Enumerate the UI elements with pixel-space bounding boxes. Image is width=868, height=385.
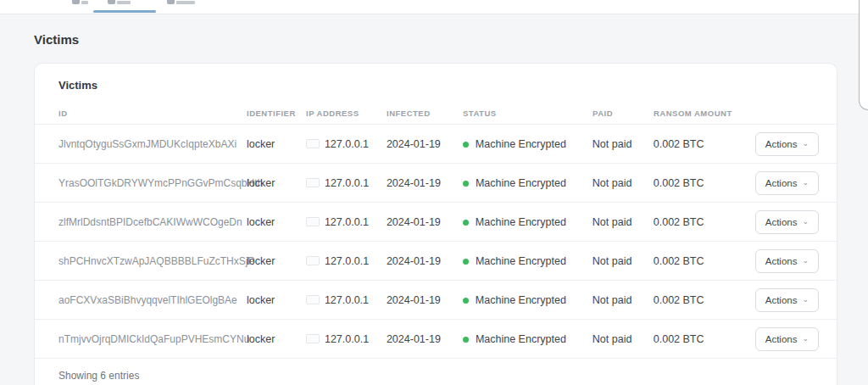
victim-id: aoFCXVxaSBiBhvyqqvelTIhlGEOlgBAe: [58, 294, 247, 306]
chevron-down-icon: ⌄: [802, 142, 809, 146]
actions-button-label: Actions: [765, 256, 798, 266]
status-dot-icon: [463, 259, 469, 265]
table-row: shPCHnvcXTzwApJAQBBBBLFuZcTHxSjP locker …: [35, 242, 837, 281]
victim-identifier: locker: [247, 294, 306, 306]
victim-infected-date: 2024-01-19: [387, 255, 463, 267]
status-dot-icon: [463, 181, 469, 187]
active-tab-indicator: [93, 10, 156, 13]
victim-infected-date: 2024-01-19: [387, 216, 463, 228]
table-footer: Showing 6 entries: [35, 359, 837, 385]
actions-button-label: Actions: [765, 295, 798, 305]
status-dot-icon: [463, 337, 469, 343]
flag-placeholder-icon: [306, 217, 320, 226]
status-dot-icon: [463, 220, 469, 226]
table-row: zlfMrlDdsntBPIDcefbCAKIWwWCOgeDn locker …: [35, 203, 837, 242]
actions-button[interactable]: Actions ⌄: [755, 132, 819, 156]
status-dot-icon: [463, 298, 469, 304]
table-header-row: ID IDENTIFIER IP ADDRESS INFECTED STATUS…: [35, 102, 837, 125]
victims-card: Victims ID IDENTIFIER IP ADDRESS INFECTE…: [34, 63, 837, 385]
flag-placeholder-icon: [306, 334, 320, 343]
col-header-identifier: IDENTIFIER: [247, 109, 306, 118]
col-header-status: STATUS: [463, 109, 593, 118]
victim-paid: Not paid: [593, 138, 654, 150]
victim-identifier: locker: [247, 333, 306, 345]
truncated-tab-icon[interactable]: [108, 0, 115, 4]
victim-ip: 127.0.0.1: [306, 138, 387, 150]
main-content: Victims Victims ID IDENTIFIER IP ADDRESS…: [0, 14, 868, 385]
victim-identifier: locker: [247, 255, 306, 267]
status-text: Machine Encrypted: [476, 255, 566, 267]
actions-button[interactable]: Actions ⌄: [755, 249, 819, 273]
status-text: Machine Encrypted: [476, 138, 566, 150]
card-title: Victims: [35, 64, 837, 102]
flag-placeholder-icon: [306, 295, 320, 304]
actions-button[interactable]: Actions ⌄: [755, 171, 819, 195]
victim-ip: 127.0.0.1: [306, 216, 387, 228]
ip-value: 127.0.0.1: [325, 216, 369, 228]
actions-button[interactable]: Actions ⌄: [755, 327, 819, 351]
table-row: YrasOOlTGkDRYWYmcPPnGGvPmCsqbHth locker …: [35, 164, 837, 203]
chevron-down-icon: ⌄: [802, 181, 809, 185]
victim-ransom-amount: 0.002 BTC: [654, 177, 755, 189]
right-edge-panel[interactable]: [859, 0, 868, 110]
chevron-down-icon: ⌄: [802, 259, 809, 263]
status-text: Machine Encrypted: [476, 333, 566, 345]
col-header-id: ID: [58, 109, 247, 118]
victim-paid: Not paid: [593, 333, 654, 345]
victim-ransom-amount: 0.002 BTC: [654, 216, 755, 228]
status-text: Machine Encrypted: [476, 294, 566, 306]
col-header-infected: INFECTED: [387, 109, 463, 118]
table-row: aoFCXVxaSBiBhvyqqvelTIhlGEOlgBAe locker …: [35, 281, 837, 320]
truncated-tab-icon[interactable]: [167, 0, 175, 4]
truncated-tab-label[interactable]: [117, 1, 131, 4]
victim-paid: Not paid: [593, 294, 654, 306]
victim-ransom-amount: 0.002 BTC: [654, 294, 755, 306]
victim-ip: 127.0.0.1: [306, 255, 387, 267]
victim-paid: Not paid: [593, 177, 654, 189]
victim-id: YrasOOlTGkDRYWYmcPPnGGvPmCsqbHth: [58, 177, 247, 189]
status-text: Machine Encrypted: [476, 177, 566, 189]
victim-id: zlfMrlDdsntBPIDcefbCAKIWwWCOgeDn: [58, 216, 247, 228]
table-row: nTmjvvOjrqDMICkIdQaFupPVHEsmCYNu locker …: [35, 320, 837, 359]
victim-status: Machine Encrypted: [463, 294, 593, 306]
victim-ransom-amount: 0.002 BTC: [654, 255, 755, 267]
victim-paid: Not paid: [593, 216, 654, 228]
victim-status: Machine Encrypted: [463, 138, 593, 150]
actions-button-label: Actions: [765, 334, 798, 344]
actions-button[interactable]: Actions ⌄: [755, 288, 819, 312]
victim-identifier: locker: [247, 177, 306, 189]
victim-ransom-amount: 0.002 BTC: [654, 333, 755, 345]
flag-placeholder-icon: [306, 178, 320, 187]
victim-status: Machine Encrypted: [463, 333, 593, 345]
ip-value: 127.0.0.1: [325, 294, 369, 306]
victim-status: Machine Encrypted: [463, 255, 593, 267]
victim-status: Machine Encrypted: [463, 177, 593, 189]
actions-button[interactable]: Actions ⌄: [755, 210, 819, 234]
chevron-down-icon: ⌄: [802, 298, 809, 302]
victim-ip: 127.0.0.1: [306, 294, 387, 306]
victim-ip: 127.0.0.1: [306, 333, 387, 345]
status-text: Machine Encrypted: [476, 216, 566, 228]
victim-infected-date: 2024-01-19: [387, 294, 463, 306]
victim-identifier: locker: [247, 216, 306, 228]
col-header-ransom-amount: RANSOM AMOUNT: [654, 109, 755, 118]
truncated-tab-label[interactable]: [81, 1, 88, 4]
truncated-tab-icon[interactable]: [72, 0, 80, 4]
chevron-down-icon: ⌄: [802, 337, 809, 341]
truncated-tab-label[interactable]: [176, 1, 195, 4]
victim-infected-date: 2024-01-19: [387, 177, 463, 189]
victim-infected-date: 2024-01-19: [387, 138, 463, 150]
flag-placeholder-icon: [306, 256, 320, 265]
victim-identifier: locker: [247, 138, 306, 150]
victim-status: Machine Encrypted: [463, 216, 593, 228]
actions-button-label: Actions: [765, 217, 798, 227]
victim-id: nTmjvvOjrqDMICkIdQaFupPVHEsmCYNu: [58, 333, 247, 345]
actions-button-label: Actions: [765, 178, 798, 188]
ip-value: 127.0.0.1: [325, 255, 369, 267]
flag-placeholder-icon: [306, 139, 320, 148]
victim-id: shPCHnvcXTzwApJAQBBBBLFuZcTHxSjP: [58, 255, 247, 267]
page-title: Victims: [34, 32, 868, 47]
col-header-ip-address: IP ADDRESS: [306, 109, 387, 118]
victim-ip: 127.0.0.1: [306, 177, 387, 189]
victim-paid: Not paid: [593, 255, 654, 267]
